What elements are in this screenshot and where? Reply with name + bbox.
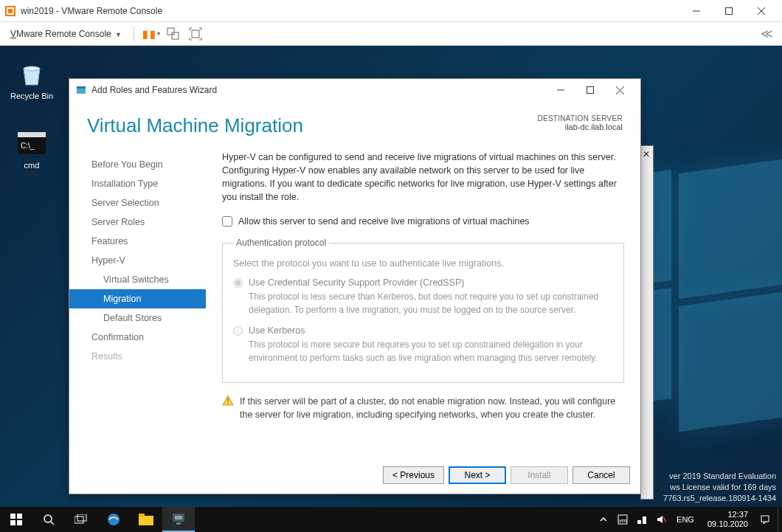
svg-line-38 xyxy=(663,517,666,522)
svg-rect-14 xyxy=(77,86,86,89)
credssp-desc: This protocol is less secure than Kerber… xyxy=(249,291,613,317)
server-manager-taskbar-icon[interactable] xyxy=(162,507,195,532)
taskbar: vm ENG 12:37 09.10.2020 xyxy=(0,507,782,532)
nav-features[interactable]: Features xyxy=(69,232,206,251)
minimize-button[interactable] xyxy=(680,1,713,21)
maximize-button[interactable] xyxy=(713,1,745,21)
allow-migration-label[interactable]: Allow this server to send and receive li… xyxy=(238,215,530,228)
svg-rect-32 xyxy=(175,516,182,519)
vmware-window: win2019 - VMware Remote Console VMware R… xyxy=(0,0,782,532)
pause-button[interactable]: ▮▮ ▾ xyxy=(142,24,161,44)
dialog-titlebar[interactable]: Add Roles and Features Wizard xyxy=(69,79,640,101)
vmware-menu[interactable]: VMware Remote Console ▼ xyxy=(6,26,126,42)
fullscreen-button[interactable] xyxy=(186,24,205,44)
svg-rect-23 xyxy=(17,520,22,525)
nav-default-stores[interactable]: Default Stores xyxy=(69,308,206,328)
guest-desktop[interactable]: Recycle Bin C:\_ cmd ✕ Add Roles and Fea… xyxy=(0,46,782,532)
send-cad-button[interactable] xyxy=(164,24,183,44)
system-tray: vm ENG 12:37 09.10.2020 xyxy=(591,510,778,528)
destination-server-label: DESTINATION SERVER xyxy=(537,114,623,122)
build-line2: ws License valid for 169 days xyxy=(663,482,776,493)
dialog-minimize-button[interactable] xyxy=(546,80,575,100)
language-indicator[interactable]: ENG xyxy=(674,515,697,524)
svg-rect-8 xyxy=(192,30,199,38)
next-button[interactable]: Next > xyxy=(449,466,506,484)
clock[interactable]: 12:37 09.10.2020 xyxy=(703,510,752,528)
tray-chevron-icon[interactable] xyxy=(597,516,610,523)
allow-migration-row: Allow this server to send and receive li… xyxy=(222,215,624,228)
allow-migration-checkbox[interactable] xyxy=(222,216,232,227)
destination-server: DESTINATION SERVER ilab-dc.ilab.local xyxy=(537,114,623,137)
svg-rect-39 xyxy=(761,516,769,522)
background-window-edge[interactable]: ✕ xyxy=(640,145,654,500)
svg-rect-16 xyxy=(587,87,594,94)
warning-icon: ! xyxy=(222,395,235,421)
cluster-warning: ! If this server will be part of a clust… xyxy=(222,395,624,421)
network-icon[interactable] xyxy=(635,514,648,525)
task-view-button[interactable] xyxy=(65,507,97,532)
svg-text:vm: vm xyxy=(619,517,627,524)
dialog-header: Virtual Machine Migration DESTINATION SE… xyxy=(69,101,640,146)
dialog-footer: < Previous Next > Install Cancel xyxy=(69,457,640,494)
svg-rect-20 xyxy=(10,514,15,519)
auth-legend: Authentication protocol xyxy=(233,237,329,249)
svg-rect-1 xyxy=(8,9,13,13)
svg-rect-3 xyxy=(726,7,733,14)
svg-rect-27 xyxy=(77,514,86,521)
vmware-tools-icon[interactable]: vm xyxy=(616,514,629,525)
wizard-nav: Before You Begin Installation Type Serve… xyxy=(69,146,206,457)
close-button[interactable] xyxy=(745,1,778,21)
wizard-content: Hyper-V can be configured to send and re… xyxy=(206,146,640,457)
nav-server-roles[interactable]: Server Roles xyxy=(69,213,206,232)
svg-text:C:\_: C:\_ xyxy=(21,142,35,150)
recycle-bin-icon[interactable]: Recycle Bin xyxy=(6,59,58,100)
pin-button[interactable]: ≪ xyxy=(757,24,776,44)
cmd-shortcut-icon[interactable]: C:\_ cmd xyxy=(6,128,58,170)
svg-line-25 xyxy=(51,522,54,525)
build-line1: ver 2019 Standard Evaluation xyxy=(663,471,776,482)
build-line3: 7763.rs5_release.180914-1434 xyxy=(663,493,776,504)
auth-hint: Select the protocol you want to use to a… xyxy=(233,257,613,270)
nav-migration[interactable]: Migration xyxy=(69,289,206,308)
nav-hyper-v[interactable]: Hyper-V xyxy=(69,251,206,270)
auth-protocol-group: Authentication protocol Select the proto… xyxy=(222,237,624,383)
close-icon[interactable]: ✕ xyxy=(643,149,650,159)
nav-results: Results xyxy=(69,347,206,366)
svg-rect-36 xyxy=(637,520,641,524)
previous-button[interactable]: < Previous xyxy=(383,466,444,484)
search-button[interactable] xyxy=(32,507,65,532)
cmd-label: cmd xyxy=(6,161,58,170)
svg-rect-26 xyxy=(75,517,83,523)
wizard-icon xyxy=(75,84,87,96)
svg-rect-33 xyxy=(176,522,181,525)
kerberos-label: Use Kerberos xyxy=(249,324,613,337)
notifications-icon[interactable] xyxy=(758,514,772,525)
nav-virtual-switches[interactable]: Virtual Switches xyxy=(69,270,206,289)
dialog-maximize-button[interactable] xyxy=(575,80,605,100)
svg-rect-6 xyxy=(167,28,174,35)
svg-rect-37 xyxy=(643,517,646,524)
nav-confirmation[interactable]: Confirmation xyxy=(69,328,206,347)
nav-before-you-begin[interactable]: Before You Begin xyxy=(69,155,206,174)
ie-taskbar-icon[interactable] xyxy=(97,507,130,532)
svg-rect-11 xyxy=(18,132,46,137)
nav-server-selection[interactable]: Server Selection xyxy=(69,193,206,213)
credssp-radio[interactable] xyxy=(233,278,243,288)
volume-icon[interactable] xyxy=(654,514,668,525)
cancel-button[interactable]: Cancel xyxy=(572,466,630,484)
svg-rect-21 xyxy=(17,514,22,519)
credssp-label: Use Credential Security Support Provider… xyxy=(249,276,613,289)
show-desktop-button[interactable] xyxy=(778,507,782,532)
start-button[interactable] xyxy=(0,507,32,532)
dialog-close-button[interactable] xyxy=(605,80,634,100)
kerberos-radio[interactable] xyxy=(233,326,243,336)
destination-server-value: ilab-dc.ilab.local xyxy=(537,122,623,131)
warning-text: If this server will be part of a cluster… xyxy=(240,395,624,421)
wizard-dialog: Add Roles and Features Wizard Virtual Ma… xyxy=(69,78,641,494)
install-button[interactable]: Install xyxy=(511,466,568,484)
svg-point-9 xyxy=(24,66,40,71)
explorer-taskbar-icon[interactable] xyxy=(130,507,162,532)
vmware-title: win2019 - VMware Remote Console xyxy=(21,6,680,16)
nav-installation-type[interactable]: Installation Type xyxy=(69,174,206,193)
page-title: Virtual Machine Migration xyxy=(87,114,537,137)
